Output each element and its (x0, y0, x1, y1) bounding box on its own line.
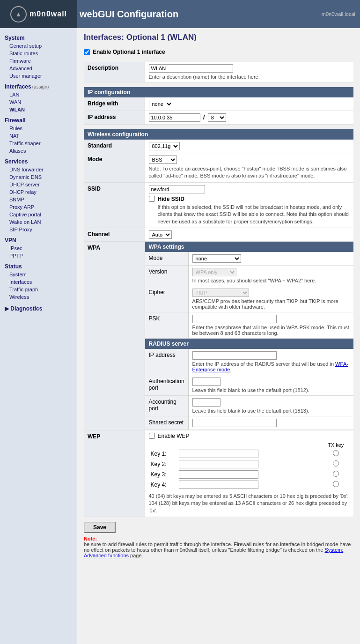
radius-acct-port-row: Accounting port Leave this field blank t… (145, 395, 354, 416)
enable-checkbox[interactable] (84, 49, 90, 55)
sidebar-item-wireless[interactable]: Wireless (0, 293, 77, 301)
mode-row: Mode BSS IBSS hostap Note: To create an … (84, 153, 353, 183)
description-input[interactable] (149, 64, 233, 73)
wep-key3-input[interactable] (179, 470, 258, 479)
sidebar-item-dhcp-relay[interactable]: DHCP relay (0, 188, 77, 196)
sidebar-item-static-routes[interactable]: Static routes (0, 50, 77, 57)
note-area: Note: be sure to add firewall rules to p… (84, 536, 353, 558)
ip-address-input[interactable] (149, 113, 200, 122)
sidebar-item-proxy-arp[interactable]: Proxy ARP (0, 203, 77, 211)
wep-key2-radio[interactable] (333, 460, 339, 466)
sidebar-section-vpn[interactable]: VPN (0, 235, 77, 244)
description-note: Enter a description (name) for the inter… (149, 74, 350, 80)
sidebar-item-captive-portal[interactable]: Captive portal (0, 211, 77, 218)
radius-secret-input[interactable] (192, 419, 277, 427)
radius-ip-input[interactable] (192, 351, 277, 360)
sidebar-item-dns-forwarder[interactable]: DNS forwarder (0, 166, 77, 173)
cidr-select[interactable]: 8162425 26272829 303132 (208, 113, 226, 122)
sidebar-section-diagnostics[interactable]: ▶ Diagnostics (0, 303, 77, 313)
wpa-version-row: Version WPA only WPA2 only WPA + WPA2 In… (145, 265, 354, 286)
logo-bar: ▲ m0n0wall (0, 0, 77, 28)
wep-key2-input[interactable] (179, 460, 258, 468)
page-title: Interfaces: Optional 1 (WLAN) (84, 33, 353, 42)
wpa-settings-header-row: WPA settings (145, 242, 354, 252)
sidebar-item-advanced[interactable]: Advanced (0, 65, 77, 72)
sidebar-item-nat[interactable]: NAT (0, 132, 77, 140)
wep-key4-radio[interactable] (333, 481, 339, 487)
sidebar-section-firewall[interactable]: Firewall (0, 115, 77, 125)
ssid-label: SSID (84, 182, 145, 228)
header-title: webGUI Configuration (80, 9, 178, 20)
ip-address-label: IP address (84, 111, 145, 125)
wep-key2-label: Key 2: (149, 459, 177, 469)
wep-key1-radio[interactable] (333, 450, 339, 456)
mode-label: Mode (84, 153, 145, 183)
wpa-cipher-row: Cipher TKIP AES/CCMP TKIP + AES/CCMP AES… (145, 286, 354, 312)
channel-select[interactable]: Auto 1234 5678 91011 (149, 230, 172, 239)
channel-label: Channel (84, 228, 145, 241)
sidebar-item-pptp[interactable]: PPTP (0, 252, 77, 259)
wep-tx-key-header: TX key (322, 442, 350, 449)
radius-acct-port-input[interactable] (192, 398, 220, 407)
sidebar-item-status-interfaces[interactable]: Interfaces (0, 278, 77, 286)
wpa-cipher-label: Cipher (145, 286, 189, 312)
mode-select[interactable]: BSS IBSS hostap (149, 155, 177, 164)
sidebar-item-lan[interactable]: LAN (0, 91, 77, 98)
wpa-cipher-select[interactable]: TKIP AES/CCMP TKIP + AES/CCMP (192, 289, 249, 297)
sidebar-item-dhcp-server[interactable]: DHCP server (0, 181, 77, 188)
sidebar-section-services[interactable]: Services (0, 156, 77, 166)
logo-text: m0n0wall (29, 10, 67, 18)
description-value: Enter a description (name) for the inter… (145, 62, 353, 82)
sidebar-item-firmware[interactable]: Firmware (0, 57, 77, 65)
sidebar-item-status-system[interactable]: System (0, 271, 77, 278)
psk-input[interactable] (192, 315, 277, 323)
wpa-version-select[interactable]: WPA only WPA2 only WPA + WPA2 (192, 268, 236, 276)
system-advanced-link[interactable]: System: Advanced functions (84, 547, 343, 558)
sidebar-interfaces-assign[interactable]: (assign) (32, 84, 49, 89)
ssid-input[interactable] (149, 185, 205, 193)
sidebar-section-system[interactable]: System (0, 33, 77, 42)
standard-select[interactable]: 802.11b 802.11g 802.11a (149, 142, 180, 150)
sidebar-item-dynamic-dns[interactable]: Dynamic DNS (0, 173, 77, 181)
note-text: be sure to add firewall rules to permit … (84, 541, 351, 558)
wep-key4-input[interactable] (179, 481, 258, 489)
wep-key3-radio[interactable] (333, 471, 339, 477)
wpa-psk-value: Enter the passphrase that will be used i… (188, 312, 353, 338)
bridge-with-select[interactable]: none LAN WAN (149, 100, 173, 108)
hide-ssid-checkbox[interactable] (149, 196, 155, 202)
description-table: Description Enter a description (name) f… (84, 62, 353, 82)
sidebar-item-snmp[interactable]: SNMP (0, 196, 77, 203)
save-button[interactable]: Save (84, 522, 116, 533)
sidebar-item-wake-on-lan[interactable]: Wake on LAN (0, 218, 77, 226)
sidebar-item-wlan[interactable]: WLAN (0, 106, 77, 113)
radius-auth-port-input[interactable] (192, 378, 220, 386)
wep-row: WEP Enable WEP TX key (84, 430, 353, 517)
wep-key1-row: Key 1: (149, 449, 350, 459)
sidebar-item-rules[interactable]: Rules (0, 125, 77, 132)
sidebar-section-interfaces[interactable]: Interfaces (5, 83, 31, 90)
hide-ssid-note: If this option is selected, the SSID wil… (158, 204, 350, 225)
wep-key3-label: Key 3: (149, 469, 177, 480)
wpa-sub-table: WPA settings Mode none WPA Personal WPA … (145, 242, 354, 430)
sidebar-item-user-manager[interactable]: User manager (0, 72, 77, 80)
sidebar-item-general-setup[interactable]: General setup (0, 42, 77, 50)
wpa-mode-label: Mode (145, 252, 189, 266)
sidebar-item-traffic-graph[interactable]: Traffic graph (0, 286, 77, 293)
wpa-mode-select[interactable]: none WPA Personal WPA Enterprise (192, 254, 241, 263)
wep-enable-checkbox[interactable] (149, 433, 155, 439)
sidebar-item-aliases[interactable]: Aliases (0, 147, 77, 155)
sidebar-item-sip-proxy[interactable]: SIP Proxy (0, 226, 77, 233)
sidebar-item-traffic-shaper[interactable]: Traffic shaper (0, 140, 77, 147)
standard-row: Standard 802.11b 802.11g 802.11a (84, 140, 353, 153)
sidebar-item-ipsec[interactable]: IPsec (0, 244, 77, 252)
mode-note: Note: To create an access-point, choose … (149, 165, 350, 180)
wpa-psk-label: PSK (145, 312, 189, 338)
sidebar-section-status[interactable]: Status (0, 261, 77, 271)
radius-auth-port-row: Authentication port Leave this field bla… (145, 375, 354, 395)
wep-keys-table: TX key Key 1: Key 2: (149, 442, 350, 490)
channel-value: Auto 1234 5678 91011 (145, 228, 353, 241)
radius-acct-port-value: Leave this field blank to use the defaul… (188, 395, 353, 416)
bridge-with-row: Bridge with none LAN WAN (84, 97, 353, 111)
wep-key1-input[interactable] (179, 450, 258, 458)
sidebar-item-wan[interactable]: WAN (0, 98, 77, 106)
